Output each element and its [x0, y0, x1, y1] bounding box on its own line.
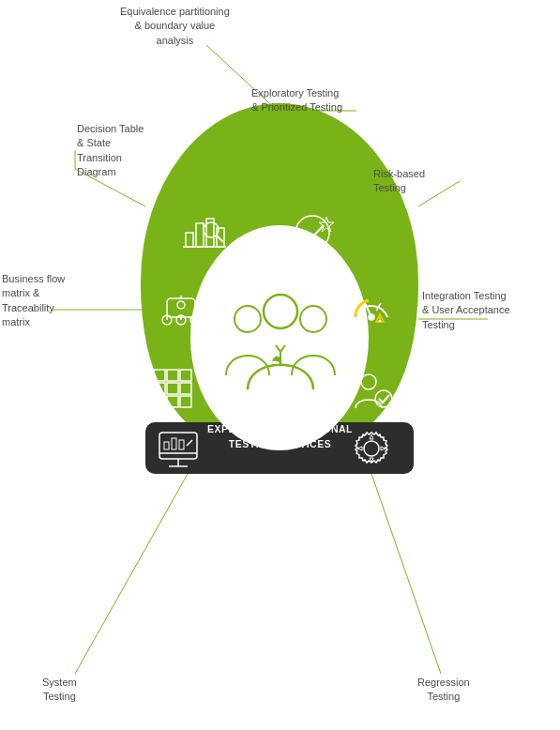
svg-point-58 [300, 306, 326, 332]
svg-point-35 [379, 320, 381, 322]
svg-rect-36 [154, 370, 165, 381]
people-group-icon [215, 281, 346, 417]
chart-icon [178, 206, 231, 259]
svg-point-59 [264, 295, 297, 328]
center-banner: EXPERTISE IN FUNCTIONALTESTING SERVICES [154, 422, 407, 452]
svg-rect-44 [180, 396, 191, 407]
svg-rect-13 [186, 233, 193, 247]
label-equivalence: Equivalence partitioning& boundary value… [120, 5, 230, 48]
grid-icon [145, 361, 198, 414]
label-system: SystemTesting [42, 676, 77, 705]
svg-rect-38 [180, 370, 191, 381]
svg-line-12 [371, 474, 441, 674]
svg-point-32 [369, 314, 374, 320]
svg-point-29 [177, 301, 185, 309]
diagram-container: Equivalence partitioning& boundary value… [0, 0, 560, 730]
verify-icon [286, 206, 339, 259]
svg-point-20 [295, 216, 329, 250]
gauge-icon [345, 281, 398, 334]
label-regression: RegressionTesting [417, 676, 470, 705]
svg-rect-40 [167, 383, 178, 394]
svg-line-11 [75, 474, 188, 674]
svg-point-57 [235, 306, 261, 332]
svg-rect-43 [167, 396, 178, 407]
person-check-icon [345, 366, 398, 418]
svg-rect-14 [196, 223, 204, 247]
svg-rect-39 [154, 383, 165, 394]
svg-point-45 [361, 374, 376, 389]
svg-point-46 [375, 390, 392, 407]
svg-rect-37 [167, 370, 178, 381]
label-risk: Risk-basedTesting [373, 167, 425, 196]
label-integration: Integration Testing& User AcceptanceTest… [422, 289, 510, 332]
svg-line-19 [217, 236, 223, 242]
svg-rect-41 [180, 383, 191, 394]
label-exploratory: Exploratory Testing& Prioritized Testing [251, 86, 342, 115]
label-business: Business flowmatrix &Traceabilitymatrix [2, 272, 65, 330]
label-decision: Decision Table& StateTransitionDiagram [77, 122, 144, 180]
rover-icon [155, 281, 207, 334]
svg-rect-42 [154, 396, 165, 407]
